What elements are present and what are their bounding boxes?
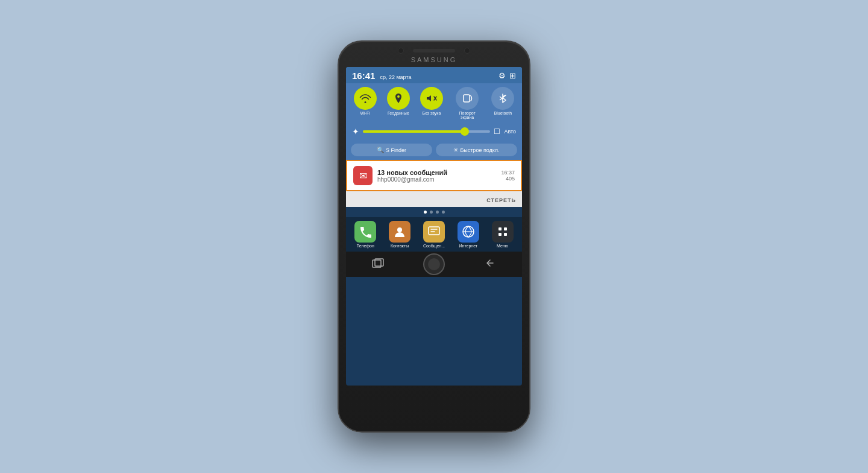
back-button[interactable] <box>484 258 496 271</box>
brightness-row: ✦ ☐ Авто <box>346 123 522 140</box>
svg-point-5 <box>397 227 402 232</box>
auto-label: Авто <box>504 129 516 135</box>
home-btn-inner <box>428 258 440 270</box>
dock-menu-icon <box>492 221 514 243</box>
toggle-wifi[interactable]: Wi-Fi <box>354 87 377 119</box>
svg-rect-9 <box>498 227 502 230</box>
auto-icon: ☐ <box>494 127 500 136</box>
bottom-dock: Телефон Контакты <box>346 217 522 252</box>
status-icons: ⚙ ⊞ <box>498 71 516 80</box>
rotate-circle <box>456 87 479 110</box>
notification-card[interactable]: ✉ 13 новых сообщений hhp0000@gmail.com 1… <box>346 160 522 191</box>
brightness-low-icon: ✦ <box>352 127 359 136</box>
dock-internet-label: Интернет <box>459 244 478 248</box>
wifi-circle <box>354 87 377 110</box>
action-row: 🔍 S Finder ✳ Быстрое подкл. <box>346 140 522 160</box>
dock-internet[interactable]: Интернет <box>458 221 479 248</box>
toggle-rotate[interactable]: Поворот экрана <box>453 87 481 119</box>
dock-menu[interactable]: Меню <box>492 221 514 248</box>
notif-content: 13 новых сообщений hhp0000@gmail.com <box>377 169 496 183</box>
phone-speaker <box>413 49 455 52</box>
phone-screen: 16:41 ср, 22 марта ⚙ ⊞ <box>346 67 522 386</box>
sfinder-button[interactable]: 🔍 S Finder <box>351 144 432 156</box>
svg-rect-6 <box>429 227 439 235</box>
dock-phone[interactable]: Телефон <box>354 221 376 248</box>
svg-rect-12 <box>504 233 507 236</box>
dock-contacts[interactable]: Контакты <box>389 221 410 248</box>
svg-rect-11 <box>498 233 502 236</box>
notifications-area: ✉ 13 новых сообщений hhp0000@gmail.com 1… <box>346 160 522 207</box>
notif-title: 13 новых сообщений <box>377 169 496 176</box>
brightness-fill <box>363 130 465 133</box>
home-screen: Телефон Контакты <box>346 207 522 277</box>
dock-internet-icon <box>458 221 479 243</box>
dot-2 <box>430 211 433 214</box>
brightness-thumb <box>461 127 469 136</box>
nav-bar <box>346 252 522 277</box>
phone-device: SAMSUNG 16:41 ср, 22 марта ⚙ ⊞ <box>338 40 530 433</box>
dock-messages-icon <box>423 221 445 243</box>
notif-count: 405 <box>501 176 515 182</box>
dot-3 <box>436 211 439 214</box>
svg-rect-2 <box>464 95 470 102</box>
geo-label: Геоданные <box>388 111 409 115</box>
rotate-label: Поворот экрана <box>453 111 481 119</box>
wifi-label: Wi-Fi <box>360 111 370 115</box>
status-bar: 16:41 ср, 22 марта ⚙ ⊞ <box>346 67 522 83</box>
home-button[interactable] <box>423 253 445 275</box>
quickconnect-button[interactable]: ✳ Быстрое подкл. <box>436 144 517 156</box>
geo-circle <box>387 87 410 110</box>
dot-4 <box>442 211 445 214</box>
dock-contacts-icon <box>389 221 410 243</box>
sfinder-label: S Finder <box>386 147 406 153</box>
recents-button[interactable] <box>372 258 384 271</box>
dock-contacts-label: Контакты <box>391 244 409 248</box>
samsung-logo: SAMSUNG <box>346 56 522 63</box>
settings-icon[interactable]: ⚙ <box>498 71 506 80</box>
dock-messages-label: Сообщен... <box>423 244 445 248</box>
toggle-bluetooth[interactable]: Bluetooth <box>491 87 514 119</box>
dock-messages[interactable]: Сообщен... <box>423 221 445 248</box>
status-time: 16:41 <box>352 71 375 81</box>
status-date: ср, 22 марта <box>380 74 411 80</box>
svg-rect-10 <box>504 227 507 230</box>
sound-label: Без звука <box>423 111 441 115</box>
bluetooth-label: Bluetooth <box>494 111 512 115</box>
quick-toggles: Wi-Fi Геоданные <box>346 83 522 123</box>
grid-icon[interactable]: ⊞ <box>509 71 516 80</box>
dock-menu-label: Меню <box>497 244 508 248</box>
sound-circle <box>420 87 443 110</box>
clear-button[interactable]: СТЕРЕТЬ <box>486 197 516 203</box>
notif-app-icon: ✉ <box>353 166 373 185</box>
sfinder-icon: 🔍 <box>377 147 384 153</box>
bluetooth-circle <box>491 87 514 110</box>
clear-row: СТЕРЕТЬ <box>346 191 522 207</box>
toggle-geo[interactable]: Геоданные <box>387 87 410 119</box>
notif-subtitle: hhp0000@gmail.com <box>377 176 496 183</box>
dock-phone-label: Телефон <box>357 244 374 248</box>
page-dots <box>346 207 522 217</box>
quickconnect-label: Быстрое подкл. <box>460 147 499 153</box>
dot-1 <box>424 211 427 214</box>
notification-panel: 16:41 ср, 22 марта ⚙ ⊞ <box>346 67 522 160</box>
toggle-sound[interactable]: Без звука <box>420 87 443 119</box>
dock-phone-icon <box>354 221 376 243</box>
notif-time: 16:37 <box>501 170 515 176</box>
notif-meta: 16:37 405 <box>501 170 515 182</box>
brightness-slider[interactable] <box>363 130 490 133</box>
quickconnect-icon: ✳ <box>453 147 458 153</box>
